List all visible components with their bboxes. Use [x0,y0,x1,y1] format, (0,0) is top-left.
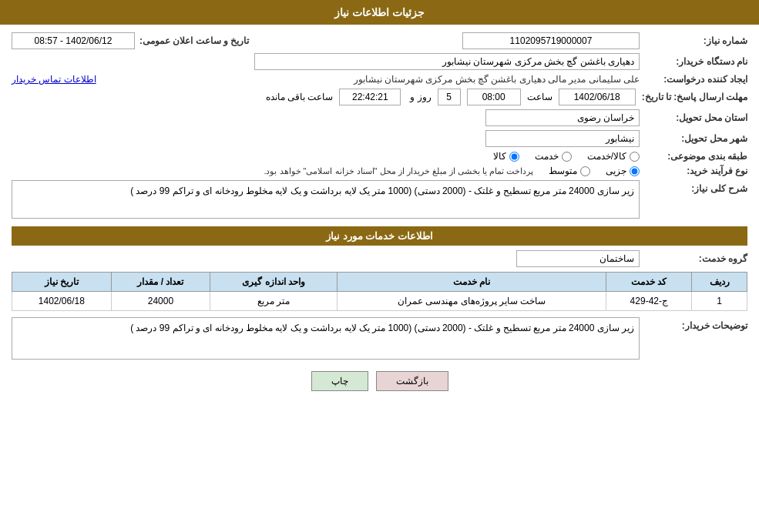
category-goods-service-item: کالا/خدمت [587,151,640,162]
button-group: بازگشت چاپ [12,371,747,391]
need-number-value: 1102095719000007 [462,32,640,49]
announcement-date-label: تاریخ و ساعت اعلان عمومی: [139,35,249,46]
category-goods-label: کالا [493,151,506,162]
purchase-medium-item: متوسط [549,166,590,176]
city-label: شهر محل تحویل: [640,133,747,144]
purchase-partial-item: جزیی [606,166,640,176]
print-button[interactable]: چاپ [311,371,368,391]
category-service-radio[interactable] [562,152,572,162]
hours-remaining-label: ساعت باقی مانده [266,92,334,102]
announcement-date-value: 1402/06/12 - 08:57 [12,32,135,49]
buyer-description-value: زیر سازی 24000 متر مربع تسطیح و غلتک - (… [12,317,640,360]
purchase-medium-label: متوسط [549,166,577,176]
requester-value: علی سلیمانی مدیر مالی دهیاری باغشن گچ بخ… [104,74,640,85]
col-row-num: ردیف [692,273,747,292]
buyer-org-label: نام دستگاه خریدار: [640,56,747,67]
purchase-partial-label: جزیی [606,166,626,176]
header-title: جزئیات اطلاعات نیاز [334,6,425,18]
service-group-label: گروه خدمت: [640,253,747,264]
response-time: 08:00 [467,89,521,105]
services-section-title: اطلاعات خدمات مورد نیاز [12,226,747,246]
time-remaining: 22:42:21 [339,89,401,105]
days-label: روز و [410,92,431,102]
col-service-name: نام خدمت [337,273,606,292]
response-deadline-label: مهلت ارسال پاسخ: تا تاریخ: [636,92,747,102]
response-date: 1402/06/18 [559,89,636,105]
page-header: جزئیات اطلاعات نیاز [0,0,759,25]
city-value: نیشابور [485,130,640,147]
col-need-date: تاریخ نیاز [12,273,112,292]
purchase-partial-radio[interactable] [630,166,640,176]
need-number-label: شماره نیاز: [640,35,747,46]
days-remaining: 5 [438,89,461,105]
category-goods-service-label: کالا/خدمت [587,151,626,162]
need-description-label: شرح کلی نیاز: [640,180,747,194]
buyer-org-value: دهیاری باغشن گچ بخش مرکزی شهرستان نیشابو… [254,53,640,70]
time-label-static: ساعت [527,92,552,102]
table-row: 1ج-42-429ساخت سایر پروژه‌های مهندسی عمرا… [12,292,747,311]
col-quantity: تعداد / مقدار [111,273,210,292]
category-group: کالا/خدمت خدمت کالا [484,151,640,162]
contact-link[interactable]: اطلاعات تماس خریدار [12,74,96,85]
category-service-item: خدمت [535,151,572,162]
back-button[interactable]: بازگشت [376,371,448,391]
service-group-value: ساختمان [516,250,640,267]
category-goods-service-radio[interactable] [630,152,640,162]
province-value: خراسان رضوی [485,109,640,126]
purchase-type-label: نوع فرآیند خرید: [640,166,747,176]
category-goods-radio[interactable] [509,152,519,162]
requester-label: ایجاد کننده درخواست: [640,74,747,85]
province-label: استان محل تحویل: [640,112,747,123]
services-table: ردیف کد خدمت نام خدمت واحد اندازه گیری ت… [12,272,747,311]
purchase-note: پرداخت تمام یا بخشی از مبلغ خریدار از مح… [264,166,533,176]
col-unit: واحد اندازه گیری [210,273,338,292]
col-service-code: کد خدمت [606,273,692,292]
category-goods-item: کالا [493,151,519,162]
purchase-medium-radio[interactable] [580,166,590,176]
buyer-description-label: توضیحات خریدار: [640,317,747,331]
category-service-label: خدمت [535,151,559,162]
need-description-value: زیر سازی 24000 متر مربع تسطیح و غلتک - (… [12,180,640,219]
category-label: طبقه بندی موضوعی: [640,151,747,162]
